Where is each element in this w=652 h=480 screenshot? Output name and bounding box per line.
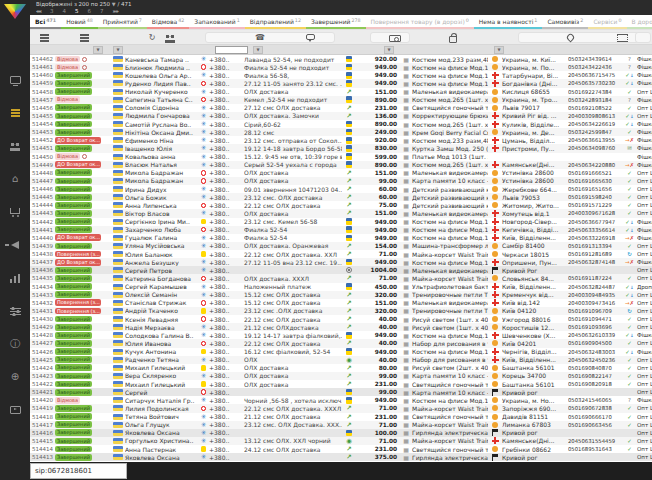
- range-indicator[interactable]: Відображені з 200 по 250 ▼ / 471: [36, 1, 132, 7]
- table-row[interactable]: 514414ЗавершенийАнна Пастернак+380..24.1…: [30, 445, 652, 453]
- table-row[interactable]: 514458ЗавершенийНиколай Кучеренко✳+380..…: [30, 88, 652, 96]
- tab-Запакований[interactable]: Запакований1: [189, 15, 244, 29]
- chevron-down-icon[interactable]: ▼: [112, 1, 116, 7]
- table-row[interactable]: 514438Повернення (з...Юлия Баланюк+380..…: [30, 250, 652, 258]
- table-row[interactable]: 514415ЗавершенийГоргулько Христина..✳+38…: [30, 437, 652, 445]
- web-icon[interactable]: ⊕: [7, 371, 23, 383]
- table-row[interactable]: 514417ЗавершенийОльга Глущук✳+380..23.12…: [30, 421, 652, 429]
- table-row[interactable]: 514421ЗавершенийСергей+380..99.00▦Карта …: [30, 388, 652, 396]
- product-column-icon[interactable]: [446, 33, 460, 43]
- store-icon[interactable]: ⌂: [7, 173, 23, 185]
- dashboard-icon[interactable]: [7, 74, 23, 86]
- tab-Новий[interactable]: Новий48: [61, 15, 98, 29]
- table-row[interactable]: 514422ЗавершенийМихаил Гилецький+380..ОЛ…: [30, 380, 652, 388]
- table-row[interactable]: 514431Повернення (з...Андрій Ткаченко+38…: [30, 307, 652, 315]
- filter-dropdown[interactable]: ▼: [494, 46, 504, 54]
- table-row[interactable]: 514429ЗавершенийНадія Мерзаєва✳+380..21.…: [30, 323, 652, 331]
- filter-dropdown[interactable]: ▼: [93, 46, 103, 54]
- tab-Всі[interactable]: Всі471: [30, 15, 61, 29]
- table-row[interactable]: 514430ЗавершенийКсенія Левадняя+380..22.…: [30, 315, 652, 323]
- info-icon[interactable]: ⓘ: [7, 338, 23, 350]
- tracking-column-icon[interactable]: [615, 33, 629, 43]
- refresh-icon[interactable]: ↻: [145, 33, 159, 43]
- phone-column-icon[interactable]: ☎: [253, 33, 267, 43]
- table-row[interactable]: 514456ЗавершенийСоломія Сідоніна✳+380..2…: [30, 104, 652, 112]
- table-row[interactable]: 514413ЗавершенийЯковлева Оксана✳+380..↗3…: [30, 453, 652, 461]
- table-row[interactable]: 514433ЗавершенийОлексій Семанін✳+380..15…: [30, 291, 652, 299]
- table-row[interactable]: 514425ЗавершенийРадченко Тетяна✳+380..ОЛ…: [30, 356, 652, 364]
- tab-Відмова[interactable]: Відмова42: [147, 15, 189, 29]
- table-row[interactable]: 514448ЗавершенийМикола Бадражан+380..ОЛХ…: [30, 169, 652, 177]
- filter-dropdown[interactable]: ▼: [384, 46, 394, 54]
- table-row[interactable]: 514436ЗавершенийСергей Петров✳+380..1004…: [30, 266, 652, 274]
- tab-Прийнятий[interactable]: Прийнятий7: [98, 15, 147, 29]
- orders-icon[interactable]: [7, 107, 23, 119]
- payment-column-icon[interactable]: [388, 33, 402, 43]
- tab-Завершений[interactable]: Завершений278: [306, 15, 366, 29]
- table-row[interactable]: 514462ВідмоваКаневська Тамара ..✳+380..Л…: [30, 55, 652, 63]
- comment-column-icon[interactable]: [303, 33, 317, 43]
- first-page-button[interactable]: ««: [36, 8, 41, 14]
- table-row[interactable]: 514454ЗавершенийСамотій Руслана Во..✳+38…: [30, 120, 652, 128]
- purchases-icon[interactable]: [7, 206, 23, 218]
- table-row[interactable]: 514434ЗавершенийСергей Карамышев✳+380..Н…: [30, 283, 652, 291]
- table-row[interactable]: 514459ЗавершенийРуденко Лидия Пав..+380.…: [30, 79, 652, 87]
- row-number-icon[interactable]: [37, 33, 51, 43]
- table-row[interactable]: 514449ДО Возврат ок...Власюк Наталья✳+38…: [30, 161, 652, 169]
- last-page-button[interactable]: »»: [113, 8, 118, 14]
- app-logo-icon[interactable]: [4, 4, 26, 19]
- marketing-icon[interactable]: [7, 239, 23, 251]
- table-row[interactable]: 514432Повернення (з...Станіслав Стрижак+…: [30, 299, 652, 307]
- page-7-button[interactable]: 7: [100, 8, 104, 14]
- table-row[interactable]: 514453ЗавершенийНікітіна Оксана Дми..✳+3…: [30, 128, 652, 136]
- page-4-button[interactable]: 4: [63, 8, 67, 14]
- table-row[interactable]: 514441ЗавершенийЗахарченко Люба+380..Фиа…: [30, 226, 652, 234]
- tab-Самовивіз[interactable]: Самовивіз2: [542, 15, 588, 29]
- table-row[interactable]: 514418ЗавершенийТетяна Войтович✳+380..21…: [30, 413, 652, 421]
- reports-icon[interactable]: [7, 272, 23, 284]
- table-row[interactable]: 514444ЗавершенийАнна Липенська+380..22.1…: [30, 201, 652, 209]
- page-5-button[interactable]: 5: [75, 8, 79, 14]
- table-row[interactable]: 514452ДО Возврат ок...Єфименко Ніна✳+380…: [30, 136, 652, 144]
- table-row[interactable]: 514443ЗавершенийВіктор Власов✳+380..ОЛХ …: [30, 209, 652, 217]
- table-row[interactable]: 514419ЗавершенийЛилия Подолинская+380..2…: [30, 404, 652, 412]
- table-row[interactable]: 514439ЗавершенийУляна Мусійовська✳+380..…: [30, 242, 652, 250]
- table-row[interactable]: 514460ЗавершенийКошелева Ольга Ар..✳+380…: [30, 71, 652, 79]
- table-row[interactable]: 514437ДО Возврат ок...Анжела Безушку✳+38…: [30, 258, 652, 266]
- table-row[interactable]: 514423ЗавершенийВера Скляренко✳+380..ОЛХ…: [30, 372, 652, 380]
- filter-dropdown[interactable]: ▼: [113, 46, 123, 54]
- table-row[interactable]: 514457ВідмоваСапегина Татьяна С..+380..К…: [30, 96, 652, 104]
- table-row[interactable]: 514455ЗавершенийЛюдмила Гончарова✳+380..…: [30, 112, 652, 120]
- tab-В дорозі додому[interactable]: В дорозі додому0: [627, 15, 652, 29]
- table-row[interactable]: 514445ЗавершенийОльга Божик✳+380..23.12 …: [30, 193, 652, 201]
- address-column-icon[interactable]: [563, 33, 577, 43]
- settings-icon[interactable]: [7, 305, 23, 317]
- tab-Відправлений[interactable]: Відправлений12: [245, 15, 306, 29]
- table-row[interactable]: 514461ВідмоваБлизнюк Людмила ..+380..Фиа…: [30, 63, 652, 71]
- manager-column-icon[interactable]: [648, 33, 652, 43]
- table-row[interactable]: 514416ЗавершенийЯковлева Оксана✳+380..10…: [30, 429, 652, 437]
- tab-Повернення товару (в дорозі)[interactable]: Повернення товару (в дорозі)0: [366, 15, 474, 29]
- video-icon[interactable]: [7, 404, 23, 416]
- table-row[interactable]: 514427ЗавершенийЮлия Иванова+380..22.12 …: [30, 339, 652, 347]
- table-row[interactable]: 514424ЗавершенийМихаил Гилецький+380..ОЛ…: [30, 364, 652, 372]
- table-row[interactable]: 514420ВідмоваСитарчук Наталія Гр..✳+380.…: [30, 396, 652, 404]
- table-row[interactable]: 514446ЗавершенийИрина Дидух✳+380..09.01 …: [30, 185, 652, 193]
- page-3-button[interactable]: 3: [50, 8, 54, 14]
- phone-filter-input[interactable]: [215, 46, 248, 55]
- table-row[interactable]: 514450ВідмоваКовальова анна✳+380..15.12.…: [30, 153, 652, 161]
- status-column-icon[interactable]: [77, 33, 91, 43]
- table-row[interactable]: 514428ЗавершенийСолодкова Галина В..✳+38…: [30, 331, 652, 339]
- client-column-icon[interactable]: [163, 33, 177, 43]
- tab-Сервіси[interactable]: Сервіси0: [588, 15, 626, 29]
- contacts-icon[interactable]: [7, 140, 23, 152]
- page-6-button[interactable]: 6: [88, 8, 92, 14]
- filter-dropdown[interactable]: ▼: [253, 46, 263, 54]
- table-row[interactable]: 514440ДО Возврат ок...Гуцалюк Галина✳+38…: [30, 234, 652, 242]
- table-row[interactable]: 514442ЗавершенийСергієнко Ірина Ми..+380…: [30, 218, 652, 226]
- table-row[interactable]: 514451ЗавершенийІващенко Юлія✳+380..19.1…: [30, 144, 652, 152]
- tab-Нема в наявності[interactable]: Нема в наявності1: [474, 15, 543, 29]
- table-row[interactable]: 514435ЗавершенийКатерина Богданова+380..…: [30, 274, 652, 282]
- table-row[interactable]: 514426ЗавершенийКучук Антонина+380..16.1…: [30, 348, 652, 356]
- table-row[interactable]: 514447ЗавершенийМикола Бадражан+380..ОЛХ…: [30, 177, 652, 185]
